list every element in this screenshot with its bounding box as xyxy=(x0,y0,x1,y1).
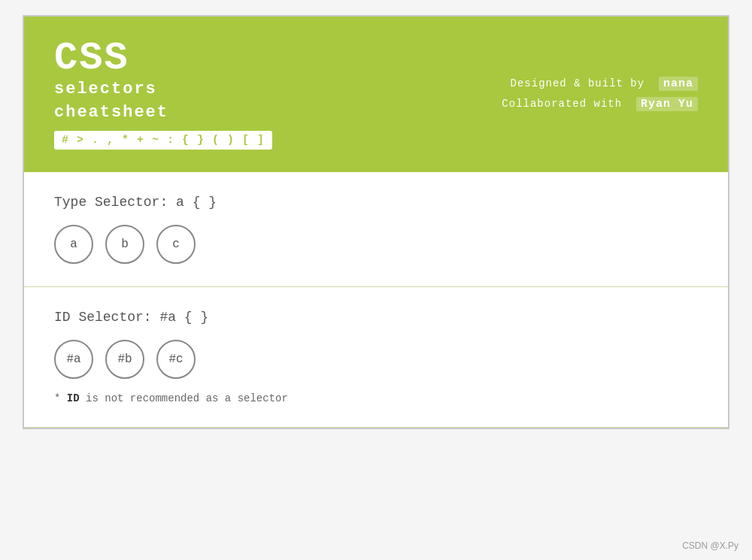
circle-b: b xyxy=(105,225,144,264)
circle-c: c xyxy=(156,225,196,264)
collaborated-line: Collaborated with Ryan Yu xyxy=(502,94,698,114)
id-selector-title: ID Selector: #a { } xyxy=(54,310,698,325)
header-title: CSS xyxy=(54,39,272,78)
header-subtitle-line1: selectors xyxy=(54,78,272,101)
watermark: CSDN @X.Py xyxy=(682,540,738,551)
circle-hash-a: #a xyxy=(54,340,93,379)
type-selector-title: Type Selector: a { } xyxy=(54,195,698,210)
header-subtitle-line2: cheatsheet xyxy=(54,101,272,125)
header-right: Designed & built by nana Collaborated wi… xyxy=(502,74,698,114)
main-container: CSS selectors cheatsheet # > . , * + ~ :… xyxy=(23,15,729,429)
header-symbols: # > . , * + ~ : { } ( ) [ ] xyxy=(54,131,272,150)
header-left: CSS selectors cheatsheet # > . , * + ~ :… xyxy=(54,39,272,150)
collaborated-author: Ryan Yu xyxy=(636,97,698,111)
designed-author: nana xyxy=(659,77,698,91)
collaborated-label: Collaborated with xyxy=(502,98,622,110)
circle-hash-c: #c xyxy=(156,340,196,379)
header: CSS selectors cheatsheet # > . , * + ~ :… xyxy=(24,17,728,172)
id-selector-note: * ID is not recommended as a selector xyxy=(54,392,698,404)
type-selector-circles: a b c xyxy=(54,225,698,264)
designed-label: Designed & built by xyxy=(511,77,645,89)
designed-line: Designed & built by nana xyxy=(502,74,698,94)
section-id-selector: ID Selector: #a { } #a #b #c * ID is not… xyxy=(24,287,728,428)
section-type-selector: Type Selector: a { } a b c xyxy=(24,172,728,287)
circle-a: a xyxy=(54,225,93,264)
id-selector-circles: #a #b #c xyxy=(54,340,698,379)
circle-hash-b: #b xyxy=(105,340,144,379)
